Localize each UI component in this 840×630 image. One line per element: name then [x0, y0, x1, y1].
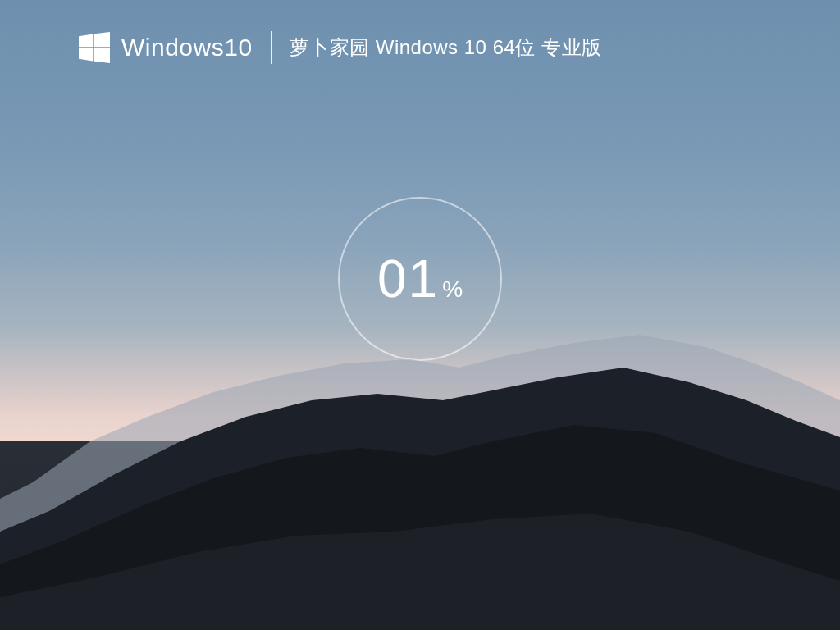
header: Windows10 萝卜家园 Windows 10 64位 专业版: [79, 31, 602, 64]
svg-marker-2: [79, 48, 93, 62]
install-progress-screen: Windows10 萝卜家园 Windows 10 64位 专业版 01 %: [0, 0, 840, 630]
windows-logo-icon: [79, 32, 110, 63]
progress-ring: [338, 197, 502, 361]
progress-indicator: 01 %: [338, 197, 502, 361]
background-mountain: [0, 318, 840, 630]
svg-marker-0: [79, 34, 93, 48]
svg-marker-3: [94, 48, 110, 63]
edition-text: 萝卜家园 Windows 10 64位 专业版: [290, 34, 602, 61]
svg-marker-1: [94, 32, 110, 47]
header-divider: [271, 31, 272, 64]
brand-text: Windows10: [121, 34, 253, 62]
